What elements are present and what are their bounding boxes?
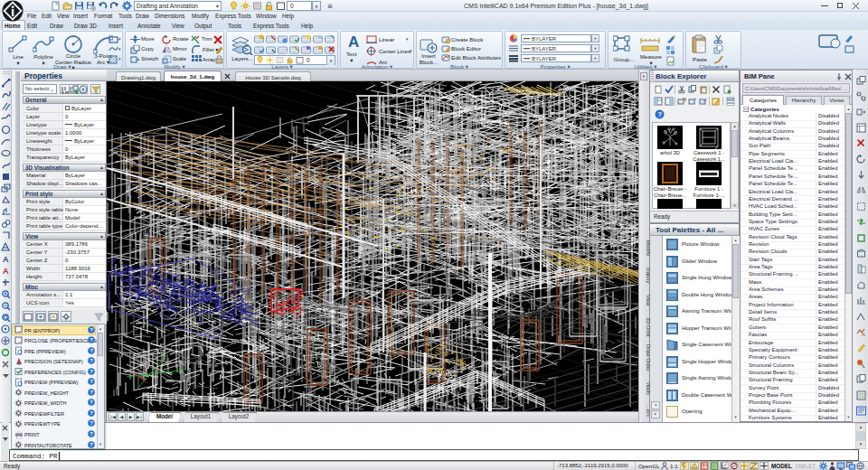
svg-text:?: ? bbox=[90, 410, 93, 416]
svg-text:?: ? bbox=[90, 348, 93, 353]
svg-text:A: A bbox=[3, 267, 9, 276]
svg-text:?: ? bbox=[90, 358, 93, 363]
svg-text:?: ? bbox=[90, 431, 93, 437]
svg-text:?: ? bbox=[90, 390, 93, 395]
svg-text:?: ? bbox=[90, 327, 93, 333]
svg-text:?: ? bbox=[90, 442, 93, 447]
svg-text:?: ? bbox=[657, 110, 662, 118]
svg-text:?: ? bbox=[90, 369, 93, 374]
svg-text:?: ? bbox=[90, 400, 93, 406]
svg-text:?: ? bbox=[90, 379, 93, 384]
svg-text:A: A bbox=[862, 332, 865, 337]
svg-text:A: A bbox=[3, 255, 9, 264]
svg-text:?: ? bbox=[90, 337, 93, 343]
svg-text:?: ? bbox=[90, 421, 93, 427]
